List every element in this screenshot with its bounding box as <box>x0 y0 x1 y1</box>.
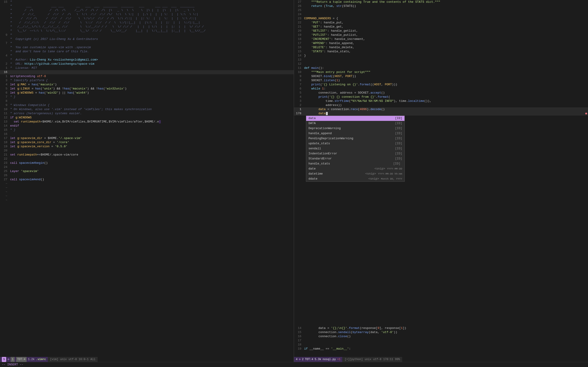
table-row: 14 data = '{};\n{}'.format(response[0], … <box>294 326 588 330</box>
autocomplete-item-data[interactable]: data [ID] <box>306 116 405 121</box>
ac-item-name: sendall <box>309 147 390 151</box>
ac-item-name: handle_append <box>309 131 390 135</box>
line-number: 13 <box>294 58 303 62</box>
line-number <box>0 25 9 29</box>
line-number: 22 <box>0 157 9 161</box>
table-row: 7 print('{} Listening on {}'.format((HOS… <box>294 83 588 87</box>
autocomplete-item-datetime[interactable]: datetime <snip> YYYY-MM-DD hh:mm <box>306 171 405 176</box>
status-left-section: 1 ⚙ 1 TOT:4 1.2k .vimrc <box>0 357 48 362</box>
line-number: 7 <box>0 41 9 45</box>
table-row: 13 <box>294 58 588 62</box>
ac-item-extra: YYYY-MM-DD hh:mm <box>378 172 402 176</box>
table-row: 16 <box>0 70 294 74</box>
table-row: 21 'GET': handle_get, <box>294 25 588 29</box>
line-number: 4 <box>0 83 9 87</box>
line-content <box>9 132 294 136</box>
line-content: COMMAND_HANDERS = { <box>303 17 588 21</box>
line-number: 21 <box>294 25 303 29</box>
table-row: " You can customize space-vim with .spac… <box>0 45 294 50</box>
line-content: " <box>9 0 294 4</box>
autocomplete-item-ddate[interactable]: ddate <snip> Month DD, YYYY <box>306 176 405 181</box>
status-center-right: [+][python] unix utf-8 178:11 99% <box>342 357 402 362</box>
ac-item-name: DeprecationWarning <box>309 126 390 131</box>
autocomplete-item-sendall[interactable]: sendall [ID] <box>306 146 405 151</box>
table-row: 17 let g:spacevim_dir = $HOME.'/.space-v… <box>0 136 294 140</box>
line-content <box>9 173 294 177</box>
line-number: 15 <box>294 330 303 334</box>
line-number: 13 <box>0 120 9 124</box>
line-content: " Identify platform { <box>9 78 294 83</box>
line-content <box>9 186 294 190</box>
table-row: " / /:/_ / /:/ / /\ \ \:\ /:/ /:/ /\/ \:… <box>0 12 294 17</box>
autocomplete-item-standarderror[interactable]: StandardError [ID] <box>306 156 405 161</box>
table-row: 10 """Main entry point for script""" <box>294 70 588 74</box>
line-content: call spacevim#begin() <box>9 161 294 165</box>
autocomplete-item-indentationerror[interactable]: IndentationError [ID] <box>306 151 405 156</box>
table-row: " / /:/_/::\ / /:/ / /:/ \ \::/ /:/ / / … <box>0 21 294 25</box>
line-content: set runtimepath=$HOME/.vim,$VIM/vimfiles… <box>9 120 294 124</box>
status-center-left: [vim] unix utf-8 16:0-1 All <box>48 357 98 362</box>
autocomplete-item-handle-append[interactable]: handle_append [ID] <box>306 131 405 136</box>
autocomplete-item-pendingdepricationwarning[interactable]: PendingDepricationWarning [ID] <box>306 136 405 141</box>
autocomplete-item-handle-stats[interactable]: handle_stats [ID] <box>306 161 405 166</box>
ac-item-type: [ID] <box>395 131 402 135</box>
table-row: " /__/:/__\/\:\ /__/:/__/_ /:/ \ \:/__/:… <box>0 25 294 29</box>
line-content: let g:spacevim_version = '0.5.0' <box>9 144 294 149</box>
line-content: 'PUT': handle_put, <box>303 21 588 25</box>
table-row: 11 def main(): <box>294 66 588 70</box>
table-row: " / /\ / /\ /\ /__/\ / /\ / /\ |\ _ \ \ … <box>0 8 294 12</box>
ac-item-type: [ID] <box>395 157 402 161</box>
line-content: scriptencoding utf-8 <box>9 74 294 78</box>
ac-item-name: DATA <box>309 121 390 125</box>
table-row: 25 Layer 'spacevim' <box>0 169 294 173</box>
table-row: ~ <box>0 182 294 186</box>
line-number: 24 <box>294 12 303 17</box>
autocomplete-item-DATA[interactable]: DATA [ID] <box>306 121 405 126</box>
line-number: 12 <box>294 62 303 66</box>
autocomplete-item-date[interactable]: date <snip> YYYY-MM-DD <box>306 166 405 171</box>
table-row: 6 while 1: <box>294 87 588 91</box>
line-number: 8 <box>0 99 9 103</box>
line-number: 11 <box>0 111 9 116</box>
table-row: 9 " <box>0 33 294 37</box>
line-content: data <box>303 111 588 116</box>
table-row: 23 COMMAND_HANDERS = { <box>294 17 588 21</box>
autocomplete-item-deprecationwarning[interactable]: DeprecationWarning [ID] <box>306 126 405 131</box>
line-content: address)) <box>303 103 588 107</box>
line-content: 'INCREMENT': handle_increment, <box>303 37 588 41</box>
line-content: " <box>9 41 294 45</box>
autocomplete-item-update-stats[interactable]: update_stats [ID] <box>306 141 405 146</box>
table-row: " ___ ___ ___ __ ___ ___ ________ ______… <box>0 4 294 8</box>
table-row: 16 connection.close() <box>294 334 588 339</box>
line-content: let g:MAC = has('macunix') <box>9 83 294 87</box>
line-content <box>9 182 294 186</box>
table-row: 22 <box>0 157 294 161</box>
line-number: 20 <box>0 149 9 153</box>
line-content: data = connection.recv(4096).decode() <box>303 107 588 111</box>
line-content: let g:LINUX = has('unix') && !has('macun… <box>9 87 294 91</box>
line-number: 4 <box>294 95 303 99</box>
line-content: """Return a tuple containing True and th… <box>303 0 588 4</box>
autocomplete-dropdown[interactable]: data [ID] DATA [ID] DeprecationWarning [… <box>306 116 405 182</box>
line-number: ~ <box>0 186 9 190</box>
line-content: 'PUTLIST': handle_putlist, <box>303 33 588 37</box>
line-content: print('{} Listening on {}'.format((HOST,… <box>303 83 588 87</box>
line-content: " <box>9 54 294 58</box>
left-code-lines: 15 " " ___ ___ ___ __ ___ ___ ________ _… <box>0 0 294 357</box>
ac-item-name: data <box>309 116 390 120</box>
table-row: 16 <box>0 132 294 136</box>
line-content <box>303 58 588 62</box>
window-num-badge-left: 1 <box>10 357 15 362</box>
line-number: 11 <box>294 66 303 70</box>
line-content: SOCKET.listen(1) <box>303 78 588 83</box>
line-number: 14 <box>0 124 9 128</box>
line-number: 25 <box>0 169 9 173</box>
table-row: 15 connection.sendall(bytearray(data, 'u… <box>294 330 588 334</box>
line-number: 19 <box>294 33 303 37</box>
table-row: 12 <box>294 62 588 66</box>
line-content: " across (heterogeneous) systems easier. <box>9 111 294 116</box>
line-number: 17 <box>294 339 303 343</box>
line-number: 19 <box>294 347 303 351</box>
line-number: 12 <box>0 116 9 120</box>
table-row: 24 <box>294 12 588 17</box>
